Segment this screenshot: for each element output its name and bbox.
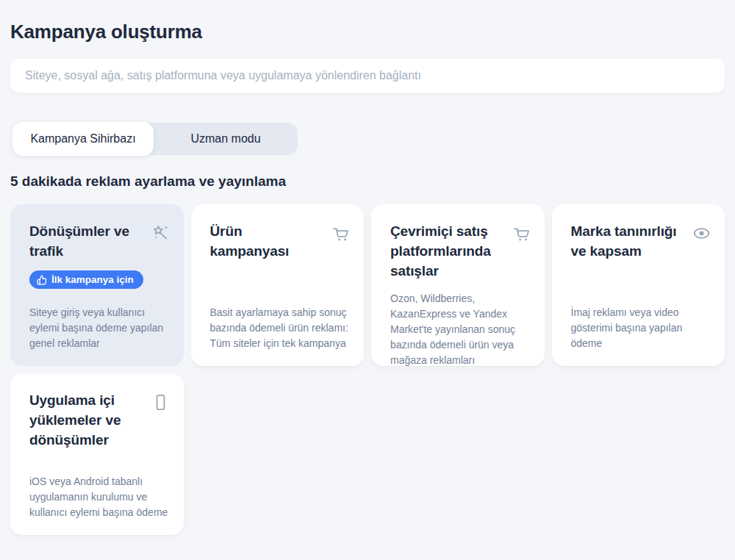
tab-campaign-wizard[interactable]: Kampanya Sihirbazı xyxy=(12,122,154,156)
card-description: iOS veya Android tabanlı uygulamanın kur… xyxy=(29,464,171,520)
card-title: Uygulama içi yüklemeler ve dönüşümler xyxy=(29,390,145,450)
card-description: Basit ayarlamaya sahip sonuç bazında öde… xyxy=(210,295,351,351)
card-brand-awareness[interactable]: Marka tanınırlığı ve kapsam İmaj reklamı… xyxy=(552,204,725,366)
page-title: Kampanya oluşturma xyxy=(10,21,725,43)
card-title: Çevrimiçi satış platformlarında satışlar xyxy=(390,221,506,281)
campaign-type-cards: Dönüşümler ve trafik xyxy=(10,204,725,535)
shopping-cart-icon xyxy=(331,223,351,246)
card-head: Marka tanınırlığı ve kapsam xyxy=(571,221,712,261)
tab-expert-mode-label: Uzman modu xyxy=(190,132,260,146)
tab-expert-mode[interactable]: Uzman modu xyxy=(154,123,298,155)
card-head: Çevrimiçi satış platformlarında satışlar xyxy=(390,221,531,281)
shopping-cart-icon xyxy=(512,223,531,246)
card-description: İmaj reklamı veya video gösterimi başına… xyxy=(571,295,712,351)
card-head: Ürün kampanyası xyxy=(210,221,351,261)
first-campaign-badge: İlk kampanya için xyxy=(29,270,143,289)
card-product-campaign[interactable]: Ürün kampanyası Basit ayarlamaya sahip s… xyxy=(191,204,365,366)
smartphone-icon xyxy=(151,392,171,415)
card-conversions-traffic[interactable]: Dönüşümler ve trafik xyxy=(10,204,184,366)
campaign-mode-tabs: Kampanya Sihirbazı Uzman modu xyxy=(12,123,298,155)
card-title: Ürün kampanyası xyxy=(210,221,326,261)
section-subtitle: 5 dakikada reklam ayarlama ve yayınlama xyxy=(10,173,725,190)
eye-icon xyxy=(692,223,711,246)
card-description: Siteye giriş veya kullanıcı eylemi başın… xyxy=(29,295,171,351)
card-head: Uygulama içi yüklemeler ve dönüşümler xyxy=(29,390,171,450)
thumbs-up-icon xyxy=(37,275,47,285)
card-title: Dönüşümler ve trafik xyxy=(29,221,145,261)
card-description: Ozon, Wildberries, KazanExpress ve Yande… xyxy=(390,281,531,368)
campaign-creation-page: Kampanya oluşturma Kampanya Sihirbazı Uz… xyxy=(0,21,735,535)
magic-wand-icon xyxy=(151,223,171,246)
card-head: Dönüşümler ve trafik xyxy=(29,221,171,261)
card-title: Marka tanınırlığı ve kapsam xyxy=(571,221,686,261)
tab-campaign-wizard-label: Kampanya Sihirbazı xyxy=(30,132,135,146)
card-marketplace-sales[interactable]: Çevrimiçi satış platformlarında satışlar… xyxy=(371,204,545,366)
first-campaign-badge-label: İlk kampanya için xyxy=(51,274,134,285)
destination-url-input[interactable] xyxy=(10,59,725,93)
card-app-installs[interactable]: Uygulama içi yüklemeler ve dönüşümler iO… xyxy=(10,373,184,535)
